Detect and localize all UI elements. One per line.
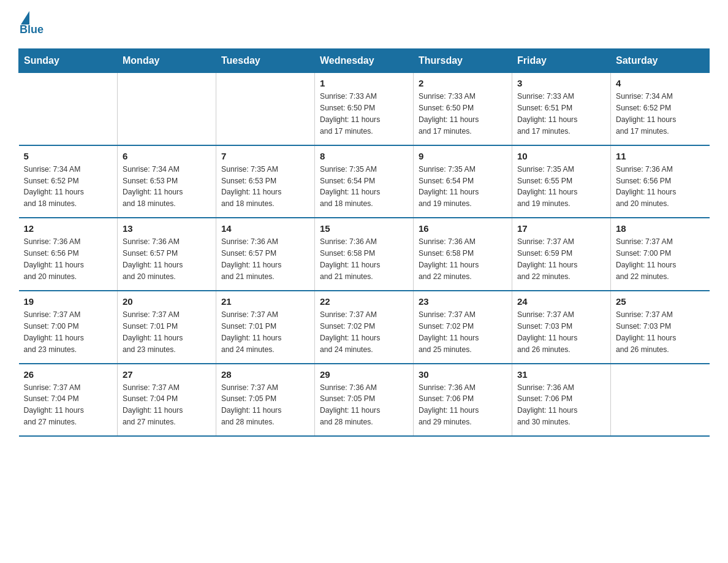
- calendar-cell: 27Sunrise: 7:37 AMSunset: 7:04 PMDayligh…: [118, 364, 216, 437]
- calendar-cell: 22Sunrise: 7:37 AMSunset: 7:02 PMDayligh…: [315, 291, 414, 364]
- day-of-week-header: Sunday: [19, 49, 118, 73]
- calendar-cell: 24Sunrise: 7:37 AMSunset: 7:03 PMDayligh…: [512, 291, 611, 364]
- calendar-week-row: 26Sunrise: 7:37 AMSunset: 7:04 PMDayligh…: [19, 364, 710, 437]
- day-number: 10: [517, 151, 605, 161]
- day-info: Sunrise: 7:34 AMSunset: 6:52 PMDaylight:…: [616, 91, 705, 137]
- day-info: Sunrise: 7:36 AMSunset: 6:58 PMDaylight:…: [419, 236, 507, 283]
- calendar-cell: 30Sunrise: 7:36 AMSunset: 7:06 PMDayligh…: [414, 364, 512, 437]
- calendar-cell: 9Sunrise: 7:35 AMSunset: 6:54 PMDaylight…: [414, 145, 512, 218]
- day-number: 21: [221, 296, 309, 307]
- day-number: 22: [320, 296, 408, 307]
- day-info: Sunrise: 7:36 AMSunset: 6:57 PMDaylight:…: [123, 236, 211, 283]
- day-of-week-header: Tuesday: [216, 49, 315, 73]
- calendar-cell: 16Sunrise: 7:36 AMSunset: 6:58 PMDayligh…: [414, 218, 512, 291]
- calendar-body: 1Sunrise: 7:33 AMSunset: 6:50 PMDaylight…: [19, 73, 710, 437]
- logo: Blue: [18, 12, 44, 36]
- calendar-cell: 8Sunrise: 7:35 AMSunset: 6:54 PMDaylight…: [315, 145, 414, 218]
- calendar-cell: 18Sunrise: 7:37 AMSunset: 7:00 PMDayligh…: [611, 218, 710, 291]
- calendar-table: SundayMondayTuesdayWednesdayThursdayFrid…: [18, 48, 710, 437]
- day-number: 7: [221, 151, 309, 161]
- calendar-cell: 28Sunrise: 7:37 AMSunset: 7:05 PMDayligh…: [216, 364, 315, 437]
- days-of-week-row: SundayMondayTuesdayWednesdayThursdayFrid…: [19, 49, 710, 73]
- day-number: 14: [221, 223, 309, 234]
- day-info: Sunrise: 7:37 AMSunset: 7:00 PMDaylight:…: [616, 236, 705, 283]
- calendar-cell: 31Sunrise: 7:36 AMSunset: 7:06 PMDayligh…: [512, 364, 611, 437]
- day-info: Sunrise: 7:36 AMSunset: 7:06 PMDaylight:…: [517, 382, 605, 429]
- calendar-cell: [19, 73, 118, 145]
- day-number: 20: [123, 296, 211, 307]
- day-info: Sunrise: 7:34 AMSunset: 6:53 PMDaylight:…: [123, 164, 211, 210]
- calendar-cell: 5Sunrise: 7:34 AMSunset: 6:52 PMDaylight…: [19, 145, 118, 218]
- calendar-cell: 3Sunrise: 7:33 AMSunset: 6:51 PMDaylight…: [512, 73, 611, 145]
- day-info: Sunrise: 7:37 AMSunset: 7:00 PMDaylight:…: [24, 309, 113, 356]
- calendar-cell: [216, 73, 315, 145]
- calendar-cell: 12Sunrise: 7:36 AMSunset: 6:56 PMDayligh…: [19, 218, 118, 291]
- day-of-week-header: Saturday: [611, 49, 710, 73]
- day-number: 8: [320, 151, 408, 161]
- day-of-week-header: Friday: [512, 49, 611, 73]
- day-number: 26: [24, 369, 113, 380]
- day-number: 29: [320, 369, 408, 380]
- day-number: 30: [419, 369, 507, 380]
- calendar-cell: 21Sunrise: 7:37 AMSunset: 7:01 PMDayligh…: [216, 291, 315, 364]
- logo-tagline: Blue: [20, 23, 44, 36]
- day-info: Sunrise: 7:35 AMSunset: 6:55 PMDaylight:…: [517, 164, 605, 210]
- calendar-cell: 7Sunrise: 7:35 AMSunset: 6:53 PMDaylight…: [216, 145, 315, 218]
- day-info: Sunrise: 7:37 AMSunset: 7:02 PMDaylight:…: [320, 309, 408, 356]
- calendar-header: SundayMondayTuesdayWednesdayThursdayFrid…: [19, 49, 710, 73]
- day-of-week-header: Thursday: [414, 49, 512, 73]
- calendar-cell: 11Sunrise: 7:36 AMSunset: 6:56 PMDayligh…: [611, 145, 710, 218]
- day-info: Sunrise: 7:37 AMSunset: 7:04 PMDaylight:…: [123, 382, 211, 429]
- day-info: Sunrise: 7:37 AMSunset: 6:59 PMDaylight:…: [517, 236, 605, 283]
- day-number: 23: [419, 296, 507, 307]
- calendar-cell: 13Sunrise: 7:36 AMSunset: 6:57 PMDayligh…: [118, 218, 216, 291]
- day-info: Sunrise: 7:34 AMSunset: 6:52 PMDaylight:…: [24, 164, 113, 210]
- calendar-cell: 1Sunrise: 7:33 AMSunset: 6:50 PMDaylight…: [315, 73, 414, 145]
- day-info: Sunrise: 7:35 AMSunset: 6:54 PMDaylight:…: [419, 164, 507, 210]
- day-number: 27: [123, 369, 211, 380]
- day-info: Sunrise: 7:35 AMSunset: 6:53 PMDaylight:…: [221, 164, 309, 210]
- calendar-cell: 14Sunrise: 7:36 AMSunset: 6:57 PMDayligh…: [216, 218, 315, 291]
- calendar-cell: 19Sunrise: 7:37 AMSunset: 7:00 PMDayligh…: [19, 291, 118, 364]
- calendar-week-row: 19Sunrise: 7:37 AMSunset: 7:00 PMDayligh…: [19, 291, 710, 364]
- day-info: Sunrise: 7:37 AMSunset: 7:03 PMDaylight:…: [616, 309, 705, 356]
- calendar-cell: 23Sunrise: 7:37 AMSunset: 7:02 PMDayligh…: [414, 291, 512, 364]
- day-info: Sunrise: 7:33 AMSunset: 6:50 PMDaylight:…: [419, 91, 507, 137]
- calendar-cell: [611, 364, 710, 437]
- day-number: 18: [616, 223, 705, 234]
- day-number: 4: [616, 78, 705, 88]
- calendar-cell: 6Sunrise: 7:34 AMSunset: 6:53 PMDaylight…: [118, 145, 216, 218]
- day-number: 16: [419, 223, 507, 234]
- day-number: 28: [221, 369, 309, 380]
- day-info: Sunrise: 7:36 AMSunset: 6:56 PMDaylight:…: [616, 164, 705, 210]
- day-info: Sunrise: 7:36 AMSunset: 7:05 PMDaylight:…: [320, 382, 408, 429]
- day-number: 5: [24, 151, 113, 161]
- calendar-cell: 4Sunrise: 7:34 AMSunset: 6:52 PMDaylight…: [611, 73, 710, 145]
- calendar-cell: [118, 73, 216, 145]
- day-info: Sunrise: 7:35 AMSunset: 6:54 PMDaylight:…: [320, 164, 408, 210]
- day-info: Sunrise: 7:33 AMSunset: 6:50 PMDaylight:…: [320, 91, 408, 137]
- day-info: Sunrise: 7:36 AMSunset: 7:06 PMDaylight:…: [419, 382, 507, 429]
- calendar-cell: 10Sunrise: 7:35 AMSunset: 6:55 PMDayligh…: [512, 145, 611, 218]
- day-info: Sunrise: 7:37 AMSunset: 7:05 PMDaylight:…: [221, 382, 309, 429]
- day-number: 2: [419, 78, 507, 88]
- calendar-cell: 29Sunrise: 7:36 AMSunset: 7:05 PMDayligh…: [315, 364, 414, 437]
- day-of-week-header: Monday: [118, 49, 216, 73]
- day-info: Sunrise: 7:37 AMSunset: 7:02 PMDaylight:…: [419, 309, 507, 356]
- calendar-week-row: 1Sunrise: 7:33 AMSunset: 6:50 PMDaylight…: [19, 73, 710, 145]
- day-number: 11: [616, 151, 705, 161]
- calendar-cell: 17Sunrise: 7:37 AMSunset: 6:59 PMDayligh…: [512, 218, 611, 291]
- day-number: 15: [320, 223, 408, 234]
- day-number: 24: [517, 296, 605, 307]
- day-number: 9: [419, 151, 507, 161]
- day-info: Sunrise: 7:37 AMSunset: 7:04 PMDaylight:…: [24, 382, 113, 429]
- calendar-cell: 26Sunrise: 7:37 AMSunset: 7:04 PMDayligh…: [19, 364, 118, 437]
- day-info: Sunrise: 7:36 AMSunset: 6:56 PMDaylight:…: [24, 236, 113, 283]
- day-number: 1: [320, 78, 408, 88]
- day-info: Sunrise: 7:37 AMSunset: 7:01 PMDaylight:…: [123, 309, 211, 356]
- calendar-cell: 25Sunrise: 7:37 AMSunset: 7:03 PMDayligh…: [611, 291, 710, 364]
- day-number: 19: [24, 296, 113, 307]
- day-number: 3: [517, 78, 605, 88]
- day-number: 25: [616, 296, 705, 307]
- day-number: 31: [517, 369, 605, 380]
